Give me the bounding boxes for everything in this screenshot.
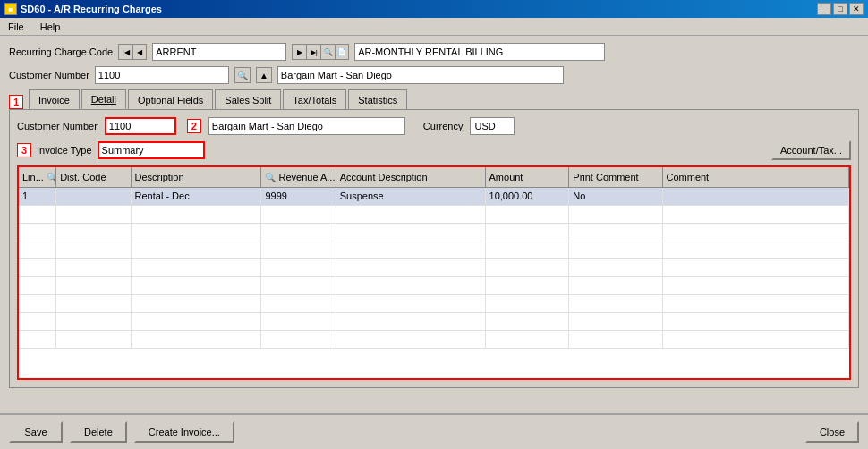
table-row[interactable]: 1 Rental - Dec 9999 Suspense 10,000.00 N… xyxy=(19,187,849,205)
cell-description: Rental - Dec xyxy=(131,187,261,205)
recurring-charge-row: Recurring Charge Code |◀ ◀ ▶ ▶| 🔍 📄 xyxy=(9,43,859,61)
customer-sort-icon[interactable]: ▲ xyxy=(256,67,272,83)
badge-1: 1 xyxy=(9,95,23,109)
grid-wrapper: Lin... 🔍 Dist. Code Description 🔍 xyxy=(17,165,851,380)
nav-last-button[interactable]: ▶| xyxy=(306,44,320,60)
menu-file[interactable]: File xyxy=(4,21,28,33)
col-header-description: Description xyxy=(131,167,261,187)
invoice-type-label: Invoice Type xyxy=(37,145,92,156)
tab-panel: Customer Number 2 Currency USD 3 Invoice… xyxy=(9,109,859,388)
table-row-empty-7[interactable] xyxy=(19,312,849,330)
data-grid[interactable]: Lin... 🔍 Dist. Code Description 🔍 xyxy=(17,165,851,380)
col-search-icon-2[interactable]: 🔍 xyxy=(265,173,276,182)
create-invoice-button[interactable]: Create Invoice... xyxy=(134,421,234,443)
tab-statistics[interactable]: Statistics xyxy=(348,89,407,109)
table-row-empty-1[interactable] xyxy=(19,205,849,223)
badge-2: 2 xyxy=(187,119,201,133)
table-row-empty-3[interactable] xyxy=(19,241,849,258)
customer-number-input[interactable] xyxy=(95,66,229,84)
currency-value: USD xyxy=(470,117,515,135)
cell-dist-code xyxy=(56,187,131,205)
window-title: SD60 - A/R Recurring Charges xyxy=(21,4,162,14)
nav-group[interactable]: |◀ ◀ xyxy=(118,44,147,60)
table-row-empty-4[interactable] xyxy=(19,258,849,276)
table-row-empty-2[interactable] xyxy=(19,223,849,241)
title-controls[interactable]: _ □ ✕ xyxy=(817,3,864,15)
table-row-empty-8[interactable] xyxy=(19,330,849,348)
main-window: Recurring Charge Code |◀ ◀ ▶ ▶| 🔍 📄 Cust… xyxy=(0,36,868,413)
badge-3: 3 xyxy=(17,143,31,157)
nav-search-button[interactable]: 🔍 xyxy=(320,44,335,60)
recurring-charge-code-input[interactable] xyxy=(152,43,286,61)
customer-name-input[interactable] xyxy=(277,66,564,84)
tab-invoice[interactable]: Invoice xyxy=(29,89,80,109)
maximize-button[interactable]: □ xyxy=(833,3,847,15)
title-bar: ■ SD60 - A/R Recurring Charges _ □ ✕ xyxy=(0,0,868,18)
cell-account-desc: Suspense xyxy=(336,187,485,205)
grid-header-row: Lin... 🔍 Dist. Code Description 🔍 xyxy=(19,167,849,187)
col-header-amount: Amount xyxy=(485,167,569,187)
nav-next-button[interactable]: ▶ xyxy=(292,44,306,60)
col-header-print-comment: Print Comment xyxy=(569,167,662,187)
delete-button[interactable]: Delete xyxy=(70,421,127,443)
account-tax-button[interactable]: Account/Tax... xyxy=(771,140,851,160)
tab-tax-totals[interactable]: Tax/Totals xyxy=(283,89,346,109)
cell-amount: 10,000.00 xyxy=(485,187,569,205)
col-header-revenue: 🔍 Revenue A... xyxy=(261,167,336,187)
detail-customer-number-label: Customer Number xyxy=(17,121,98,131)
minimize-button[interactable]: _ xyxy=(817,3,831,15)
grid-body: 1 Rental - Dec 9999 Suspense 10,000.00 N… xyxy=(19,187,849,348)
invoice-type-row: 3 Invoice Type Account/Tax... xyxy=(17,140,851,160)
cell-lin: 1 xyxy=(19,187,56,205)
nav-group-right[interactable]: ▶ ▶| 🔍 📄 xyxy=(292,44,349,60)
col-header-dist-code: Dist. Code xyxy=(56,167,131,187)
tab-optional-fields[interactable]: Optional Fields xyxy=(128,89,213,109)
cell-revenue: 9999 xyxy=(261,187,336,205)
cell-comment xyxy=(662,187,849,205)
col-header-account-desc: Account Description xyxy=(336,167,485,187)
recurring-charge-desc-input[interactable] xyxy=(354,43,605,61)
menu-help[interactable]: Help xyxy=(37,21,64,33)
tab-detail[interactable]: Detail xyxy=(81,89,126,109)
cell-print-comment: No xyxy=(569,187,662,205)
app-icon: ■ xyxy=(4,3,17,15)
close-button[interactable]: ✕ xyxy=(849,3,864,15)
col-header-lin: Lin... 🔍 xyxy=(19,167,56,187)
menu-bar: File Help xyxy=(0,18,868,36)
save-button[interactable]: Save xyxy=(9,421,63,443)
nav-doc-button[interactable]: 📄 xyxy=(335,44,349,60)
customer-search-icon[interactable]: 🔍 xyxy=(234,67,251,83)
invoice-type-input[interactable] xyxy=(98,141,205,159)
detail-customer-number-input[interactable] xyxy=(105,117,176,135)
tabs-container[interactable]: Invoice Detail Optional Fields Sales Spl… xyxy=(29,89,409,109)
col-search-icon-1[interactable]: 🔍 xyxy=(47,173,56,182)
table-row-empty-6[interactable] xyxy=(19,294,849,312)
recurring-charge-label: Recurring Charge Code xyxy=(9,47,113,57)
col-header-comment: Comment xyxy=(662,167,849,187)
detail-top-row: Customer Number 2 Currency USD xyxy=(17,117,851,135)
nav-first-button[interactable]: |◀ xyxy=(118,44,132,60)
table-row-empty-5[interactable] xyxy=(19,276,849,294)
tabs-row: 1 Invoice Detail Optional Fields Sales S… xyxy=(9,89,859,109)
detail-customer-name-input[interactable] xyxy=(208,117,405,135)
customer-number-label: Customer Number xyxy=(9,70,89,80)
grid-table: Lin... 🔍 Dist. Code Description 🔍 xyxy=(19,167,849,349)
currency-label: Currency xyxy=(423,121,464,131)
bottom-bar: Save Delete Create Invoice... Close xyxy=(0,413,868,449)
close-button-bottom[interactable]: Close xyxy=(805,421,859,443)
nav-prev-button[interactable]: ◀ xyxy=(132,44,147,60)
customer-number-row: Customer Number 🔍 ▲ xyxy=(9,66,859,84)
tab-sales-split[interactable]: Sales Split xyxy=(215,89,281,109)
